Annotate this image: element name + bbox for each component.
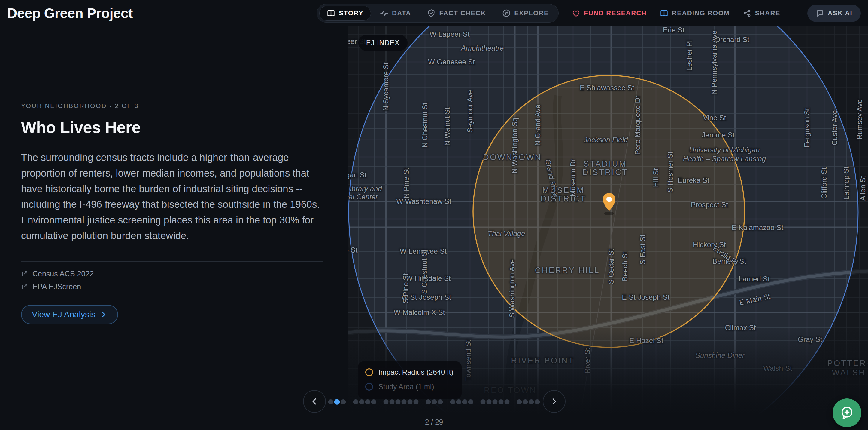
ask-ai-button[interactable]: ASK AI xyxy=(807,4,861,22)
carousel-dot[interactable] xyxy=(365,399,370,404)
nav-item-data[interactable]: DATA xyxy=(373,6,418,21)
carousel-dot[interactable] xyxy=(480,399,486,404)
nav-item-fund-research[interactable]: FUND RESEARCH xyxy=(572,9,647,18)
map-label: Ferguson St xyxy=(803,108,811,148)
carousel-dot[interactable] xyxy=(523,399,528,404)
map-label: N Grand Ave xyxy=(534,105,542,146)
carousel-dot[interactable] xyxy=(499,399,504,404)
pin-shadow xyxy=(604,212,614,215)
chat-fab-button[interactable] xyxy=(833,398,861,427)
carousel-dot[interactable] xyxy=(438,399,443,404)
carousel-prev-button[interactable] xyxy=(303,390,326,413)
carousel-dot[interactable] xyxy=(371,399,376,404)
carousel-dot[interactable] xyxy=(517,399,522,404)
shield-check-icon xyxy=(427,9,435,18)
map-label: Allen St xyxy=(859,176,867,201)
map-label: DISTRICT xyxy=(540,194,587,204)
top-navbar: Deep Green Project STORYDATAFACT CHECKEX… xyxy=(0,0,868,26)
map-label: Gray St xyxy=(798,335,822,344)
carousel-dot[interactable] xyxy=(504,399,510,404)
carousel-dot[interactable] xyxy=(359,399,364,404)
view-ej-analysis-button[interactable]: View EJ Analysis xyxy=(21,305,118,324)
legend-label: Study Area (1 mi) xyxy=(378,382,434,391)
carousel-dot[interactable] xyxy=(328,399,333,404)
chat-plus-icon xyxy=(839,405,855,420)
carousel-dot[interactable] xyxy=(390,399,395,404)
map-label: STADIUM xyxy=(584,160,627,169)
map-canvas[interactable]: W Lapeer StW Lapeer StErie StOrchard StW… xyxy=(347,26,868,430)
map-label: S Cedar St xyxy=(607,249,615,284)
carousel-dot[interactable] xyxy=(529,399,534,404)
map-label: Prospect St xyxy=(691,201,728,209)
activity-icon xyxy=(380,9,389,18)
map-label: E Kalamazoo St xyxy=(732,223,783,232)
carousel-dot[interactable] xyxy=(341,399,346,404)
map-label: S Hosmer St xyxy=(666,151,675,193)
nav-item-story[interactable]: STORY xyxy=(319,6,371,21)
carousel-dot[interactable] xyxy=(493,399,498,404)
map-label: N Pine St xyxy=(402,168,410,198)
carousel-dot[interactable] xyxy=(456,399,461,404)
carousel-dot-group xyxy=(353,399,376,404)
carousel-dot[interactable] xyxy=(426,399,431,404)
nav-item-share[interactable]: SHARE xyxy=(743,9,780,18)
carousel-next-button[interactable] xyxy=(543,390,565,413)
map-label: CHERRY HILL xyxy=(535,266,600,275)
carousel-dot[interactable] xyxy=(487,399,492,404)
map-label: Thai Village xyxy=(488,229,525,238)
legend-swatch xyxy=(365,383,373,391)
legend-row: Study Area (1 mi) xyxy=(365,382,453,391)
map-label: Erie St xyxy=(663,26,684,34)
map-label: S Washington Ave xyxy=(508,259,516,318)
map-label: E Shiawassee St xyxy=(580,84,634,92)
source-link[interactable]: Census ACS 2022 xyxy=(21,269,324,278)
legend-row: Impact Radius (2640 ft) xyxy=(365,368,453,376)
map-label: orical Center xyxy=(347,193,378,201)
carousel-dot[interactable] xyxy=(535,399,540,404)
nav-item-fact-check[interactable]: FACT CHECK xyxy=(420,6,493,21)
carousel-dot-active[interactable] xyxy=(334,399,340,405)
nav-item-label: EXPLORE xyxy=(514,9,549,17)
chat-icon xyxy=(816,9,824,18)
chevron-left-icon xyxy=(310,397,319,406)
map-label: Hill St xyxy=(652,168,660,187)
nav-item-label: SHARE xyxy=(755,9,780,17)
map-label: W Washtenaw St xyxy=(396,197,451,206)
map-label: N Pennsylvania Ave xyxy=(710,30,718,94)
nav-item-explore[interactable]: EXPLORE xyxy=(495,6,556,21)
map-label: E St Joseph St xyxy=(622,293,670,302)
ej-index-badge[interactable]: EJ INDEX xyxy=(358,35,408,51)
carousel-dot[interactable] xyxy=(468,399,473,404)
carousel-position-label: 2 / 29 xyxy=(425,418,443,426)
source-label: Census ACS 2022 xyxy=(32,269,94,278)
nav-item-reading-room[interactable]: READING ROOM xyxy=(660,9,730,18)
map-label: Lathrop St xyxy=(842,167,850,200)
carousel-dot[interactable] xyxy=(353,399,358,404)
external-link-icon xyxy=(21,270,28,277)
source-link[interactable]: EPA EJScreen xyxy=(21,282,324,291)
carousel-dot[interactable] xyxy=(450,399,455,404)
carousel-dot[interactable] xyxy=(413,399,419,404)
book-open-icon xyxy=(327,9,335,18)
map-label: e St xyxy=(347,246,358,254)
carousel-dot[interactable] xyxy=(396,399,401,404)
map-label: Walsh St xyxy=(763,364,792,373)
nav-item-label: READING ROOM xyxy=(672,9,730,17)
map-label: N Sycamore St xyxy=(382,62,390,111)
app-logo: Deep Green Project xyxy=(7,5,133,21)
chevron-right-icon xyxy=(550,397,559,406)
carousel-dot[interactable] xyxy=(383,399,389,404)
carousel-dot[interactable] xyxy=(408,399,413,404)
book-open-icon xyxy=(660,9,668,18)
map-label: Rumsey Ave xyxy=(856,99,864,140)
map-label: Custer Ave xyxy=(831,110,839,146)
heart-icon xyxy=(572,9,580,18)
map-pin[interactable] xyxy=(602,193,616,216)
carousel-dot[interactable] xyxy=(402,399,407,404)
carousel-dot[interactable] xyxy=(432,399,437,404)
carousel-dot-group xyxy=(328,399,346,405)
carousel-dot[interactable] xyxy=(462,399,467,404)
source-list: Census ACS 2022EPA EJScreen xyxy=(21,269,324,291)
carousel-dot-group xyxy=(517,399,540,404)
story-eyebrow: YOUR NEIGHBORHOOD · 2 OF 3 xyxy=(21,102,324,110)
